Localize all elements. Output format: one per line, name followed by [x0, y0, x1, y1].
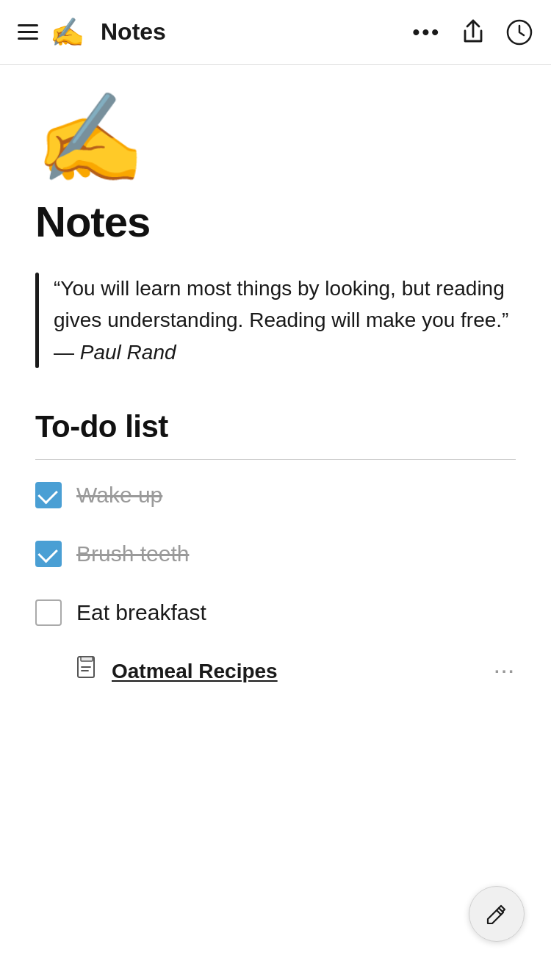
todo-label-eat-breakfast: Eat breakfast: [76, 600, 206, 625]
header-actions: •••: [413, 18, 533, 46]
checkbox-eat-breakfast[interactable]: [35, 599, 62, 626]
clock-icon: [505, 18, 533, 46]
blockquote-text: “You will learn most things by looking, …: [54, 273, 516, 368]
blockquote: “You will learn most things by looking, …: [35, 273, 516, 368]
header-title: Notes: [101, 18, 166, 46]
menu-icon[interactable]: [18, 24, 38, 40]
more-options-icon[interactable]: •••: [413, 21, 441, 44]
todo-list: Wake up Brush teeth Eat breakfast: [35, 466, 516, 700]
history-button[interactable]: [505, 18, 533, 46]
app-icon-large: ✍️: [35, 94, 516, 182]
compose-icon: [484, 901, 509, 926]
share-button[interactable]: [461, 19, 485, 46]
todo-item-eat-breakfast: Eat breakfast: [35, 583, 516, 642]
sub-item-more-icon[interactable]: ···: [494, 661, 516, 682]
todo-item-wake-up: Wake up: [35, 466, 516, 525]
todo-divider: [35, 459, 516, 460]
linked-note-label[interactable]: Oatmeal Recipes: [112, 660, 278, 683]
todo-item-brush-teeth: Brush teeth: [35, 525, 516, 583]
todo-section: To-do list Wake up Brush teeth Eat break…: [35, 409, 516, 700]
share-icon: [461, 19, 485, 46]
svg-rect-2: [81, 657, 93, 661]
checkbox-wake-up[interactable]: [35, 482, 62, 508]
header-left: ✍️ Notes: [18, 18, 166, 46]
page-title: Notes: [35, 197, 516, 246]
todo-section-title: To-do list: [35, 409, 516, 444]
compose-fab[interactable]: [469, 886, 525, 942]
blockquote-author: Paul Rand: [80, 341, 176, 364]
todo-label-wake-up: Wake up: [76, 483, 162, 508]
todo-sub-item-oatmeal: Oatmeal Recipes ···: [35, 642, 516, 700]
header-logo-icon: ✍️: [50, 18, 84, 46]
note-file-icon: [76, 655, 100, 687]
header: ✍️ Notes •••: [0, 0, 551, 65]
todo-label-brush-teeth: Brush teeth: [76, 541, 189, 566]
blockquote-bar: [35, 273, 39, 368]
checkbox-brush-teeth[interactable]: [35, 541, 62, 567]
main-content: ✍️ Notes “You will learn most things by …: [0, 65, 551, 774]
